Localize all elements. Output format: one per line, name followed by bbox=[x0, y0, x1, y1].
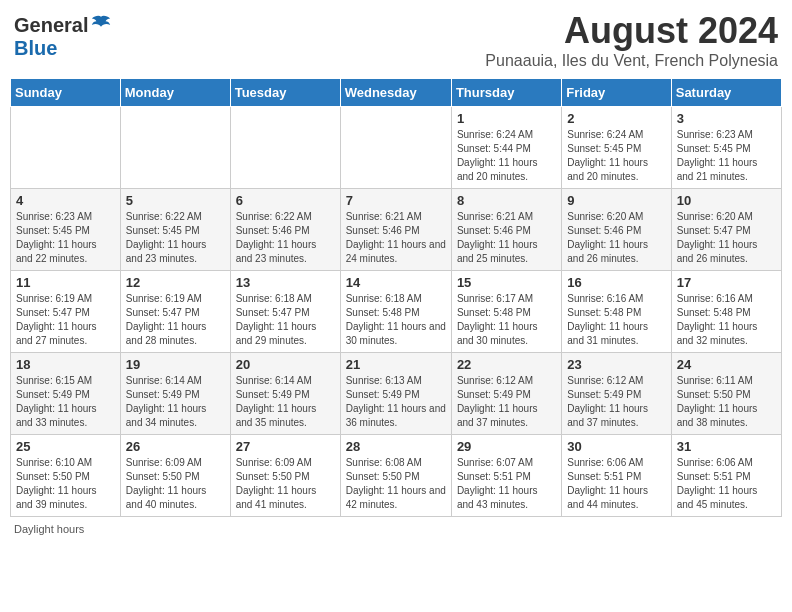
day-number: 3 bbox=[677, 111, 776, 126]
bird-icon bbox=[90, 14, 112, 36]
day-info: Sunrise: 6:20 AM Sunset: 5:47 PM Dayligh… bbox=[677, 210, 776, 266]
subtitle: Punaauia, Iles du Vent, French Polynesia bbox=[485, 52, 778, 70]
day-number: 23 bbox=[567, 357, 665, 372]
day-info: Sunrise: 6:14 AM Sunset: 5:49 PM Dayligh… bbox=[126, 374, 225, 430]
logo-general-text: General bbox=[14, 14, 88, 37]
calendar-cell: 18Sunrise: 6:15 AM Sunset: 5:49 PM Dayli… bbox=[11, 353, 121, 435]
day-info: Sunrise: 6:19 AM Sunset: 5:47 PM Dayligh… bbox=[16, 292, 115, 348]
calendar-cell: 23Sunrise: 6:12 AM Sunset: 5:49 PM Dayli… bbox=[562, 353, 671, 435]
day-number: 7 bbox=[346, 193, 446, 208]
calendar-cell: 25Sunrise: 6:10 AM Sunset: 5:50 PM Dayli… bbox=[11, 435, 121, 517]
day-number: 10 bbox=[677, 193, 776, 208]
day-number: 27 bbox=[236, 439, 335, 454]
day-number: 20 bbox=[236, 357, 335, 372]
logo: General Blue bbox=[14, 10, 112, 60]
day-info: Sunrise: 6:07 AM Sunset: 5:51 PM Dayligh… bbox=[457, 456, 556, 512]
day-info: Sunrise: 6:18 AM Sunset: 5:47 PM Dayligh… bbox=[236, 292, 335, 348]
day-info: Sunrise: 6:09 AM Sunset: 5:50 PM Dayligh… bbox=[236, 456, 335, 512]
calendar-cell: 14Sunrise: 6:18 AM Sunset: 5:48 PM Dayli… bbox=[340, 271, 451, 353]
day-number: 25 bbox=[16, 439, 115, 454]
day-number: 26 bbox=[126, 439, 225, 454]
day-info: Sunrise: 6:10 AM Sunset: 5:50 PM Dayligh… bbox=[16, 456, 115, 512]
calendar-cell: 2Sunrise: 6:24 AM Sunset: 5:45 PM Daylig… bbox=[562, 107, 671, 189]
calendar-header-row: SundayMondayTuesdayWednesdayThursdayFrid… bbox=[11, 79, 782, 107]
calendar-cell: 11Sunrise: 6:19 AM Sunset: 5:47 PM Dayli… bbox=[11, 271, 121, 353]
day-info: Sunrise: 6:08 AM Sunset: 5:50 PM Dayligh… bbox=[346, 456, 446, 512]
day-info: Sunrise: 6:22 AM Sunset: 5:45 PM Dayligh… bbox=[126, 210, 225, 266]
calendar-cell bbox=[120, 107, 230, 189]
day-number: 12 bbox=[126, 275, 225, 290]
day-info: Sunrise: 6:21 AM Sunset: 5:46 PM Dayligh… bbox=[346, 210, 446, 266]
calendar-cell: 29Sunrise: 6:07 AM Sunset: 5:51 PM Dayli… bbox=[451, 435, 561, 517]
logo-blue-text: Blue bbox=[14, 37, 57, 59]
header: General Blue August 2024 Punaauia, Iles … bbox=[10, 10, 782, 70]
day-number: 28 bbox=[346, 439, 446, 454]
day-number: 31 bbox=[677, 439, 776, 454]
calendar-week-3: 11Sunrise: 6:19 AM Sunset: 5:47 PM Dayli… bbox=[11, 271, 782, 353]
calendar-week-5: 25Sunrise: 6:10 AM Sunset: 5:50 PM Dayli… bbox=[11, 435, 782, 517]
day-info: Sunrise: 6:21 AM Sunset: 5:46 PM Dayligh… bbox=[457, 210, 556, 266]
calendar-cell: 7Sunrise: 6:21 AM Sunset: 5:46 PM Daylig… bbox=[340, 189, 451, 271]
col-header-thursday: Thursday bbox=[451, 79, 561, 107]
title-area: August 2024 Punaauia, Iles du Vent, Fren… bbox=[485, 10, 778, 70]
day-number: 8 bbox=[457, 193, 556, 208]
calendar-cell: 12Sunrise: 6:19 AM Sunset: 5:47 PM Dayli… bbox=[120, 271, 230, 353]
col-header-monday: Monday bbox=[120, 79, 230, 107]
day-info: Sunrise: 6:16 AM Sunset: 5:48 PM Dayligh… bbox=[567, 292, 665, 348]
calendar-cell: 9Sunrise: 6:20 AM Sunset: 5:46 PM Daylig… bbox=[562, 189, 671, 271]
day-number: 24 bbox=[677, 357, 776, 372]
day-info: Sunrise: 6:24 AM Sunset: 5:45 PM Dayligh… bbox=[567, 128, 665, 184]
calendar-cell: 3Sunrise: 6:23 AM Sunset: 5:45 PM Daylig… bbox=[671, 107, 781, 189]
calendar-cell: 16Sunrise: 6:16 AM Sunset: 5:48 PM Dayli… bbox=[562, 271, 671, 353]
day-number: 18 bbox=[16, 357, 115, 372]
day-info: Sunrise: 6:24 AM Sunset: 5:44 PM Dayligh… bbox=[457, 128, 556, 184]
day-info: Sunrise: 6:22 AM Sunset: 5:46 PM Dayligh… bbox=[236, 210, 335, 266]
col-header-friday: Friday bbox=[562, 79, 671, 107]
day-number: 14 bbox=[346, 275, 446, 290]
day-info: Sunrise: 6:16 AM Sunset: 5:48 PM Dayligh… bbox=[677, 292, 776, 348]
day-number: 29 bbox=[457, 439, 556, 454]
day-info: Sunrise: 6:20 AM Sunset: 5:46 PM Dayligh… bbox=[567, 210, 665, 266]
col-header-saturday: Saturday bbox=[671, 79, 781, 107]
day-info: Sunrise: 6:18 AM Sunset: 5:48 PM Dayligh… bbox=[346, 292, 446, 348]
calendar-week-1: 1Sunrise: 6:24 AM Sunset: 5:44 PM Daylig… bbox=[11, 107, 782, 189]
calendar-cell: 28Sunrise: 6:08 AM Sunset: 5:50 PM Dayli… bbox=[340, 435, 451, 517]
calendar-cell: 13Sunrise: 6:18 AM Sunset: 5:47 PM Dayli… bbox=[230, 271, 340, 353]
calendar-cell: 5Sunrise: 6:22 AM Sunset: 5:45 PM Daylig… bbox=[120, 189, 230, 271]
day-info: Sunrise: 6:09 AM Sunset: 5:50 PM Dayligh… bbox=[126, 456, 225, 512]
col-header-tuesday: Tuesday bbox=[230, 79, 340, 107]
day-number: 5 bbox=[126, 193, 225, 208]
day-number: 15 bbox=[457, 275, 556, 290]
day-info: Sunrise: 6:12 AM Sunset: 5:49 PM Dayligh… bbox=[567, 374, 665, 430]
day-number: 16 bbox=[567, 275, 665, 290]
calendar-cell: 4Sunrise: 6:23 AM Sunset: 5:45 PM Daylig… bbox=[11, 189, 121, 271]
calendar-cell bbox=[230, 107, 340, 189]
day-info: Sunrise: 6:17 AM Sunset: 5:48 PM Dayligh… bbox=[457, 292, 556, 348]
day-number: 9 bbox=[567, 193, 665, 208]
calendar-cell bbox=[340, 107, 451, 189]
day-info: Sunrise: 6:12 AM Sunset: 5:49 PM Dayligh… bbox=[457, 374, 556, 430]
day-info: Sunrise: 6:19 AM Sunset: 5:47 PM Dayligh… bbox=[126, 292, 225, 348]
calendar-cell: 22Sunrise: 6:12 AM Sunset: 5:49 PM Dayli… bbox=[451, 353, 561, 435]
calendar-cell: 19Sunrise: 6:14 AM Sunset: 5:49 PM Dayli… bbox=[120, 353, 230, 435]
col-header-sunday: Sunday bbox=[11, 79, 121, 107]
day-number: 2 bbox=[567, 111, 665, 126]
main-title: August 2024 bbox=[485, 10, 778, 52]
day-info: Sunrise: 6:13 AM Sunset: 5:49 PM Dayligh… bbox=[346, 374, 446, 430]
calendar-cell: 27Sunrise: 6:09 AM Sunset: 5:50 PM Dayli… bbox=[230, 435, 340, 517]
day-info: Sunrise: 6:23 AM Sunset: 5:45 PM Dayligh… bbox=[677, 128, 776, 184]
day-number: 13 bbox=[236, 275, 335, 290]
day-number: 1 bbox=[457, 111, 556, 126]
day-info: Sunrise: 6:11 AM Sunset: 5:50 PM Dayligh… bbox=[677, 374, 776, 430]
calendar-cell: 26Sunrise: 6:09 AM Sunset: 5:50 PM Dayli… bbox=[120, 435, 230, 517]
calendar-cell: 17Sunrise: 6:16 AM Sunset: 5:48 PM Dayli… bbox=[671, 271, 781, 353]
day-number: 30 bbox=[567, 439, 665, 454]
calendar-cell: 1Sunrise: 6:24 AM Sunset: 5:44 PM Daylig… bbox=[451, 107, 561, 189]
calendar-cell: 30Sunrise: 6:06 AM Sunset: 5:51 PM Dayli… bbox=[562, 435, 671, 517]
calendar-week-2: 4Sunrise: 6:23 AM Sunset: 5:45 PM Daylig… bbox=[11, 189, 782, 271]
day-info: Sunrise: 6:06 AM Sunset: 5:51 PM Dayligh… bbox=[567, 456, 665, 512]
footer-note: Daylight hours bbox=[10, 523, 782, 535]
calendar-cell: 10Sunrise: 6:20 AM Sunset: 5:47 PM Dayli… bbox=[671, 189, 781, 271]
day-number: 4 bbox=[16, 193, 115, 208]
calendar-cell: 15Sunrise: 6:17 AM Sunset: 5:48 PM Dayli… bbox=[451, 271, 561, 353]
